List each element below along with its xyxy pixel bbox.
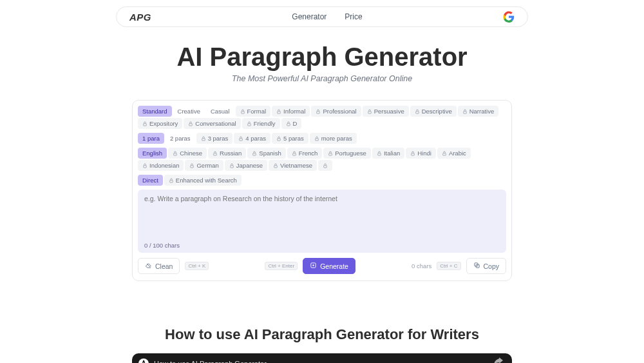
para-4[interactable]: 4 paras bbox=[234, 133, 270, 144]
svg-rect-4 bbox=[415, 111, 419, 113]
top-navbar: APG Generator Price bbox=[116, 6, 528, 27]
chip-label: Persuasive bbox=[374, 108, 404, 115]
action-row: Clean Ctrl + K Ctrl + Enter Generate 0 c… bbox=[138, 258, 506, 274]
howto-section: How to use AI Paragraph Generator for Wr… bbox=[0, 326, 644, 343]
para-1[interactable]: 1 para bbox=[138, 133, 164, 144]
nav-center: Generator Price bbox=[292, 12, 362, 21]
howto-video[interactable]: A How to use AI Paragraph Generator Shar… bbox=[132, 353, 512, 363]
google-signin-icon[interactable] bbox=[503, 11, 515, 23]
generate-button[interactable]: Generate bbox=[303, 258, 355, 274]
generator-panel: Standard Creative Casual Formal Informal… bbox=[132, 100, 512, 281]
lang-more[interactable] bbox=[318, 160, 332, 171]
style-narrative[interactable]: Narrative bbox=[458, 106, 499, 117]
lock-icon bbox=[173, 151, 178, 156]
svg-rect-26 bbox=[324, 165, 327, 167]
style-formal[interactable]: Formal bbox=[236, 106, 271, 117]
nav-link-generator[interactable]: Generator bbox=[292, 12, 327, 21]
lock-icon bbox=[201, 136, 206, 141]
chip-label: Arabic bbox=[449, 150, 466, 157]
lang-arabic[interactable]: Arabic bbox=[437, 148, 471, 159]
svg-rect-16 bbox=[253, 153, 256, 155]
chip-label: 4 paras bbox=[245, 135, 266, 142]
chip-label: Spanish bbox=[259, 150, 281, 157]
lang-english[interactable]: English bbox=[138, 148, 167, 159]
chip-label: Indonesian bbox=[149, 162, 179, 169]
mode-enhanced[interactable]: Enhanced with Search bbox=[164, 175, 242, 186]
mode-row: Direct Enhanced with Search bbox=[138, 175, 506, 186]
para-3[interactable]: 3 paras bbox=[196, 133, 233, 144]
chip-label: Conversational bbox=[195, 120, 236, 127]
chip-label: Portuguese bbox=[335, 150, 366, 157]
svg-rect-20 bbox=[412, 153, 415, 155]
svg-rect-19 bbox=[378, 153, 381, 155]
lang-russian[interactable]: Russian bbox=[208, 148, 246, 159]
style-more[interactable]: D bbox=[281, 118, 302, 129]
lock-icon bbox=[328, 151, 333, 156]
lang-french[interactable]: French bbox=[287, 148, 323, 159]
page-title: AI Paragraph Generator bbox=[0, 43, 644, 72]
style-creative[interactable]: Creative bbox=[173, 106, 205, 117]
lock-icon bbox=[292, 151, 297, 156]
lock-icon bbox=[410, 151, 415, 156]
lang-spanish[interactable]: Spanish bbox=[247, 148, 285, 159]
lang-vietnamese[interactable]: Vietnamese bbox=[269, 160, 317, 171]
svg-rect-8 bbox=[247, 123, 251, 125]
chip-label: Formal bbox=[247, 108, 267, 115]
lang-portuguese[interactable]: Portuguese bbox=[323, 148, 371, 159]
lock-icon bbox=[276, 136, 281, 141]
style-persuasive[interactable]: Persuasive bbox=[363, 106, 409, 117]
generate-shortcut: Ctrl + Enter bbox=[265, 262, 298, 270]
style-expository[interactable]: Expository bbox=[138, 118, 182, 129]
lang-hindi[interactable]: Hindi bbox=[406, 148, 436, 159]
lock-icon bbox=[286, 121, 291, 126]
style-conversational[interactable]: Conversational bbox=[184, 118, 240, 129]
svg-rect-25 bbox=[274, 165, 278, 167]
input-char-count: 0 / 100 chars bbox=[144, 242, 500, 249]
lock-icon bbox=[238, 136, 243, 141]
chip-label: French bbox=[299, 150, 318, 157]
style-informal[interactable]: Informal bbox=[272, 106, 310, 117]
prompt-textarea[interactable] bbox=[144, 195, 500, 239]
svg-rect-10 bbox=[202, 138, 205, 140]
svg-rect-18 bbox=[329, 153, 332, 155]
style-friendly[interactable]: Friendly bbox=[242, 118, 280, 129]
chip-label: Informal bbox=[283, 108, 305, 115]
hero: AI Paragraph Generator The Most Powerful… bbox=[0, 43, 644, 83]
mode-direct[interactable]: Direct bbox=[138, 175, 163, 186]
style-row: Standard Creative Casual Formal Informal… bbox=[138, 106, 506, 129]
lock-icon bbox=[323, 163, 328, 168]
lock-icon bbox=[247, 121, 252, 126]
lang-chinese[interactable]: Chinese bbox=[168, 148, 207, 159]
page-subtitle: The Most Powerful AI Paragraph Generator… bbox=[0, 74, 644, 83]
copy-button[interactable]: Copy bbox=[466, 258, 507, 274]
style-standard[interactable]: Standard bbox=[138, 106, 172, 117]
svg-rect-12 bbox=[278, 138, 281, 140]
svg-rect-23 bbox=[191, 165, 194, 167]
share-icon bbox=[494, 357, 503, 363]
svg-rect-1 bbox=[278, 111, 281, 113]
lock-icon bbox=[377, 151, 382, 156]
svg-rect-9 bbox=[287, 123, 290, 125]
share-button[interactable]: Share bbox=[492, 357, 506, 363]
lock-icon bbox=[415, 109, 420, 114]
chip-label: Vietnamese bbox=[280, 162, 312, 169]
svg-rect-6 bbox=[144, 123, 147, 125]
lang-german[interactable]: German bbox=[185, 160, 223, 171]
clean-button[interactable]: Clean bbox=[138, 258, 180, 274]
para-more[interactable]: more paras bbox=[310, 133, 357, 144]
lang-indonesian[interactable]: Indonesian bbox=[138, 160, 184, 171]
chip-label: Japanese bbox=[236, 162, 263, 169]
svg-rect-2 bbox=[317, 111, 320, 113]
style-casual[interactable]: Casual bbox=[206, 106, 234, 117]
para-5[interactable]: 5 paras bbox=[272, 133, 308, 144]
svg-rect-24 bbox=[230, 165, 233, 167]
lang-japanese[interactable]: Japanese bbox=[225, 160, 267, 171]
lang-italian[interactable]: Italian bbox=[372, 148, 404, 159]
style-descriptive[interactable]: Descriptive bbox=[410, 106, 457, 117]
para-2[interactable]: 2 paras bbox=[166, 133, 195, 144]
nav-link-price[interactable]: Price bbox=[345, 12, 362, 21]
svg-rect-17 bbox=[292, 153, 296, 155]
lock-icon bbox=[213, 151, 218, 156]
style-professional[interactable]: Professional bbox=[311, 106, 361, 117]
input-area: 0 / 100 chars bbox=[138, 190, 506, 253]
